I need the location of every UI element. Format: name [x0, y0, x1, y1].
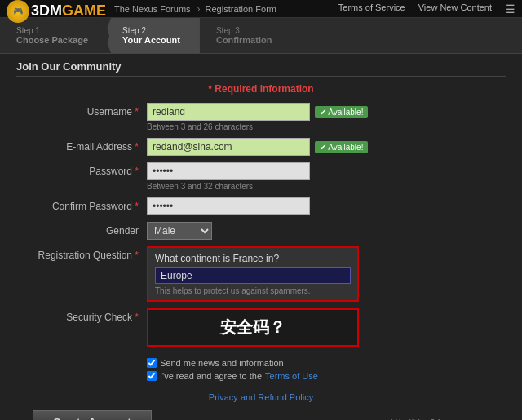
checkbox-section: Send me news and information I've read a… — [16, 353, 506, 389]
top-bar: 🎮 3DMGAME The Nexus Forums › Registratio… — [0, 0, 522, 18]
reg-question-row: Registration Question * What continent i… — [16, 246, 506, 302]
email-field: ✔ Available! — [147, 138, 489, 156]
section-title: Join Our Community — [16, 60, 506, 77]
checkbox1-label: Send me news and information — [160, 358, 284, 368]
email-label: E-mail Address * — [33, 138, 147, 153]
view-content-link[interactable]: View New Content — [418, 2, 492, 15]
step3-label: Confirmation — [216, 35, 272, 45]
confirm-password-input[interactable] — [147, 197, 310, 215]
gender-label: Gender — [33, 222, 147, 237]
step1-label: Choose Package — [16, 35, 88, 45]
username-label: Username * — [33, 103, 147, 117]
security-label: Security Check * — [33, 308, 147, 323]
terms-of-use-link[interactable]: Terms of Use — [265, 371, 318, 381]
step-1[interactable]: Step 1 Choose Package — [8, 18, 104, 53]
reg-question-label: Registration Question * — [33, 246, 147, 261]
step-3[interactable]: Step 3 Confirmation — [200, 18, 288, 53]
terms-link[interactable]: Terms of Service — [338, 2, 405, 15]
security-text: 安全码？ — [220, 318, 285, 336]
confirm-password-field — [147, 197, 489, 215]
main-content: Join Our Community * Required Informatio… — [0, 54, 522, 420]
reg-question-field: What continent is France in? This helps … — [147, 246, 489, 302]
steps-bar: Step 1 Choose Package Step 2 Your Accoun… — [0, 18, 522, 54]
step-2[interactable]: Step 2 Your Account — [104, 18, 200, 53]
create-account-button[interactable]: Create Account — [33, 410, 152, 420]
reg-question-hint: This helps to protect us against spammer… — [155, 286, 351, 295]
checkbox2-label: I've read and agree to the — [160, 371, 262, 381]
gender-row: Gender Male Female — [16, 222, 506, 240]
create-account-row: Create Account http://bbs.3dmgame.com — [16, 405, 506, 420]
username-row: Username * ✔ Available! Between 3 and 26… — [16, 103, 506, 131]
step2-number: Step 2 — [122, 26, 180, 35]
gender-field: Male Female — [147, 222, 489, 240]
security-box: 安全码？ — [147, 308, 359, 347]
step1-number: Step 1 — [16, 26, 88, 35]
email-input[interactable] — [147, 138, 310, 156]
security-row: Security Check * 安全码？ — [16, 308, 506, 347]
site-name: The Nexus Forums — [114, 4, 191, 14]
username-field: ✔ Available! Between 3 and 26 characters — [147, 103, 489, 131]
password-label: Password * — [33, 162, 147, 177]
required-info: * Required Information — [16, 83, 506, 95]
logo-text: 3DMGAME — [31, 2, 106, 20]
privacy-section: Privacy and Refund Policy — [16, 389, 506, 405]
gender-select[interactable]: Male Female — [147, 222, 212, 240]
news-checkbox[interactable] — [147, 358, 157, 368]
step3-number: Step 3 — [216, 26, 272, 35]
security-field: 安全码？ — [147, 308, 489, 347]
reg-question-text: What continent is France in? — [155, 253, 351, 264]
reg-question-box: What continent is France in? This helps … — [147, 246, 359, 302]
privacy-link[interactable]: Privacy and Refund Policy — [209, 392, 313, 402]
page-title: Registration Form — [206, 4, 276, 14]
email-available-badge: ✔ Available! — [315, 141, 368, 153]
reg-question-input[interactable] — [155, 267, 351, 284]
step2-label: Your Account — [122, 35, 180, 45]
password-row: Password * Between 3 and 32 characters — [16, 162, 506, 191]
username-available-badge: ✔ Available! — [315, 106, 368, 118]
checkbox1-row: Send me news and information — [147, 358, 489, 368]
menu-icon[interactable]: ☰ — [505, 2, 515, 15]
terms-checkbox[interactable] — [147, 371, 157, 381]
watermark: http://bbs.3dmgame.com — [391, 418, 489, 421]
confirm-password-row: Confirm Password * — [16, 197, 506, 215]
checkbox2-row: I've read and agree to the Terms of Use — [147, 371, 489, 381]
password-input[interactable] — [147, 162, 310, 180]
top-links: Terms of Service View New Content ☰ — [338, 2, 515, 15]
username-input[interactable] — [147, 103, 310, 121]
email-row: E-mail Address * ✔ Available! — [16, 138, 506, 156]
password-field: Between 3 and 32 characters — [147, 162, 489, 191]
password-hint: Between 3 and 32 characters — [147, 182, 489, 191]
username-hint: Between 3 and 26 characters — [147, 122, 489, 131]
logo: 🎮 3DMGAME — [7, 0, 106, 20]
confirm-password-label: Confirm Password * — [33, 197, 147, 212]
